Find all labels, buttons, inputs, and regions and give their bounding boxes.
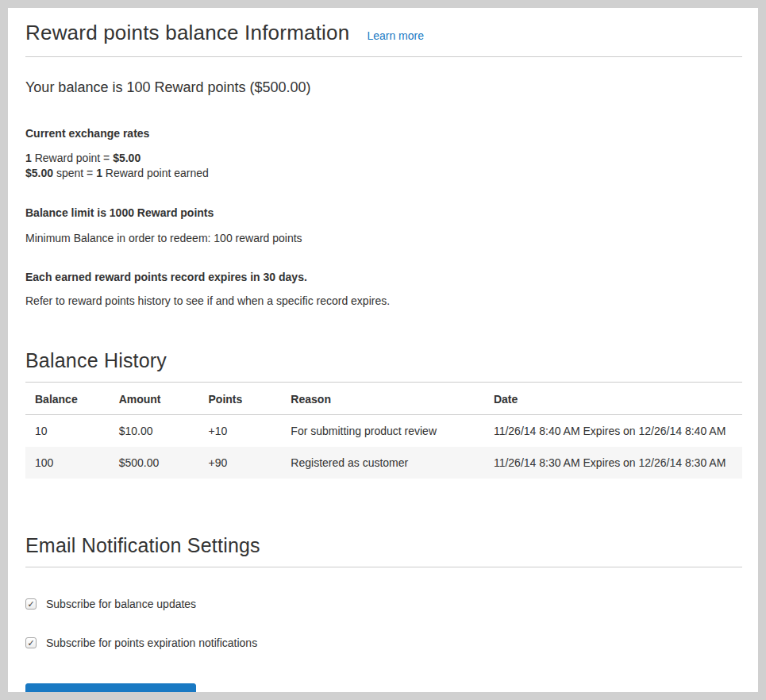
- points-expiration-label: Subscribe for points expiration notifica…: [46, 637, 257, 649]
- reward-points-panel: Reward points balance Information Learn …: [8, 8, 758, 692]
- cell-date: 11/26/14 8:40 AM Expires on 12/26/14 8:4…: [484, 415, 742, 448]
- checkmark-icon: ✓: [27, 600, 34, 609]
- page-title: Reward points balance Information: [25, 21, 349, 45]
- table-header-row: Balance Amount Points Reason Date: [25, 383, 742, 415]
- min-balance-text: Minimum Balance in order to redeem: 100 …: [25, 232, 742, 244]
- rate-value: 1: [25, 152, 32, 164]
- exchange-rates-heading: Current exchange rates: [25, 127, 742, 140]
- table-row: 100 $500.00 +90 Registered as customer 1…: [25, 447, 742, 479]
- cell-balance: 10: [25, 415, 110, 448]
- column-header-amount: Amount: [110, 383, 199, 415]
- column-header-reason: Reason: [281, 383, 484, 415]
- expiry-note-text: Refer to reward points history to see if…: [25, 294, 742, 307]
- rate-text: Reward point earned: [102, 167, 209, 179]
- balance-updates-option: ✓ Subscribe for balance updates: [25, 598, 742, 610]
- cell-date: 11/26/14 8:30 AM Expires on 12/26/14 8:3…: [484, 447, 742, 479]
- exchange-rates-lines: 1 Reward point = $5.00 $5.00 spent = 1 R…: [25, 151, 742, 181]
- table-row: 10 $10.00 +10 For submitting product rev…: [25, 415, 742, 448]
- balance-updates-label: Subscribe for balance updates: [46, 598, 196, 610]
- email-settings-section: Email Notification Settings: [25, 534, 742, 567]
- rate-value: $5.00: [25, 167, 53, 179]
- cell-points: +90: [199, 447, 282, 479]
- points-expiration-option: ✓ Subscribe for points expiration notifi…: [25, 637, 742, 649]
- cell-amount: $500.00: [110, 447, 199, 479]
- rate-value: $5.00: [113, 152, 140, 164]
- column-header-date: Date: [484, 383, 742, 415]
- exchange-rate-earn-line: 1 Reward point = $5.00: [25, 151, 742, 166]
- column-header-points: Points: [199, 383, 282, 415]
- balance-message: Your balance is 100 Reward points ($500.…: [25, 79, 742, 96]
- cell-points: +10: [199, 415, 282, 448]
- points-expiration-checkbox[interactable]: ✓: [25, 637, 37, 648]
- learn-more-link[interactable]: Learn more: [367, 29, 424, 42]
- checkmark-icon: ✓: [27, 639, 34, 648]
- email-settings-heading: Email Notification Settings: [25, 534, 742, 567]
- cell-reason: Registered as customer: [281, 447, 484, 479]
- expiry-rule-text: Each earned reward points record expires…: [25, 271, 742, 283]
- save-subscription-settings-button[interactable]: Save Subscription Settings: [25, 683, 196, 692]
- cell-reason: For submitting product review: [281, 415, 484, 448]
- rate-value: 1: [96, 167, 102, 179]
- cell-balance: 100: [25, 447, 110, 479]
- exchange-rate-spend-line: $5.00 spent = 1 Reward point earned: [25, 166, 742, 181]
- column-header-balance: Balance: [25, 383, 110, 415]
- balance-limit-text: Balance limit is 1000 Reward points: [25, 206, 742, 219]
- cell-amount: $10.00: [110, 415, 199, 448]
- balance-updates-checkbox[interactable]: ✓: [25, 598, 37, 610]
- rate-text: Reward point =: [32, 152, 113, 164]
- balance-history-heading: Balance History: [25, 349, 742, 383]
- balance-history-section: Balance History: [25, 349, 742, 383]
- balance-history-table: Balance Amount Points Reason Date 10 $10…: [25, 383, 742, 479]
- rate-text: spent =: [53, 167, 96, 179]
- page-title-row: Reward points balance Information Learn …: [25, 21, 742, 57]
